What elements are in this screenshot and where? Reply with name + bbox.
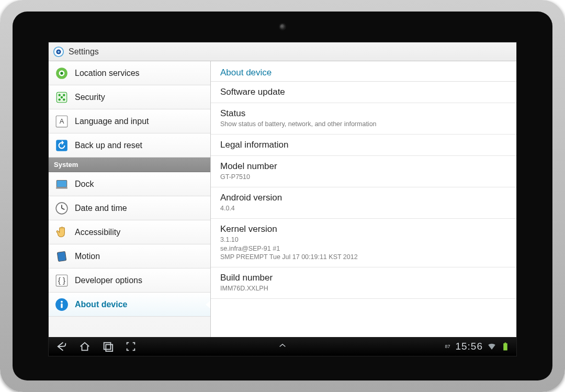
svg-rect-20 [57,251,66,261]
sidebar-section-system: System [49,158,210,172]
sidebar-section-label: System [54,161,78,169]
clock-icon [55,201,69,215]
sidebar-item-backup[interactable]: Back up and reset [49,133,210,158]
row-primary: Build number [220,273,507,283]
row-software-update[interactable]: Software update [211,82,516,103]
tablet-bezel: Settings Location services S [13,12,552,380]
hand-icon [55,226,69,239]
svg-rect-25 [61,303,62,308]
sidebar-item-accessibility[interactable]: Accessibility [49,220,210,244]
svg-point-24 [61,300,63,303]
svg-rect-15 [56,180,67,187]
action-bar: Settings [49,42,516,61]
location-icon [55,66,69,80]
row-primary: Status [220,108,507,119]
row-primary: Legal information [220,140,507,150]
dock-icon [55,177,69,191]
sidebar-item-about[interactable]: About device [49,293,210,317]
sidebar-item-motion[interactable]: Motion [49,244,210,268]
expand-up-icon[interactable] [276,342,289,350]
sidebar-item-label: Accessibility [75,228,120,237]
info-icon [55,298,69,311]
row-android-version: Android version 4.0.4 [211,187,516,219]
recent-apps-icon[interactable] [102,341,114,352]
security-icon [55,91,69,104]
sidebar-item-label: About device [75,300,127,309]
svg-rect-16 [56,187,67,188]
settings-sidebar: Location services Security A Language an… [49,61,211,337]
sidebar-item-label: Location services [75,69,140,78]
clock-time: 15:56 [455,341,483,352]
svg-text:{ }: { } [58,276,65,285]
row-primary: Software update [220,87,507,97]
tablet-frame: Settings Location services S [0,0,565,392]
sidebar-item-label: Developer options [75,276,142,285]
status-tray[interactable]: 87 15:56 [445,341,516,352]
front-camera [280,24,285,29]
page-title: Settings [69,47,99,57]
motion-icon [55,250,69,263]
detail-pane: About device Software update Status Show… [211,61,516,337]
sidebar-item-label: Security [75,93,105,102]
language-icon: A [55,115,69,128]
backup-icon [55,139,69,152]
svg-text:A: A [60,117,64,125]
row-secondary: 3.1.10 se.infra@SEP-91 #1 SMP PREEMPT Tu… [220,236,507,262]
svg-rect-28 [503,343,507,351]
svg-point-9 [59,98,61,100]
system-navbar: 87 15:56 [49,337,516,356]
detail-title: About device [211,61,516,82]
braces-icon: { } [55,274,69,287]
sidebar-item-datetime[interactable]: Date and time [49,196,210,220]
screenshot-icon[interactable] [125,341,137,352]
sidebar-item-location[interactable]: Location services [49,61,210,85]
svg-point-2 [58,50,60,52]
row-status[interactable]: Status Show status of battery, network, … [211,103,516,135]
row-primary: Android version [220,193,507,203]
battery-icon [501,342,510,351]
sidebar-item-label: Back up and reset [75,141,142,150]
svg-point-10 [63,98,65,100]
sidebar-item-label: Dock [75,180,94,189]
screen: Settings Location services S [48,42,517,356]
svg-rect-27 [106,344,112,351]
row-secondary: 4.0.4 [220,204,507,213]
row-primary: Model number [220,161,507,172]
wifi-icon [487,342,496,351]
sidebar-item-label: Motion [75,252,100,261]
settings-app-icon [53,46,64,58]
sidebar-item-dock[interactable]: Dock [49,172,210,196]
svg-point-11 [61,96,63,98]
battery-percent: 87 [445,344,450,349]
sidebar-item-label: Date and time [75,204,127,213]
row-primary: Kernel version [220,224,507,234]
home-icon[interactable] [79,341,91,352]
row-legal[interactable]: Legal information [211,135,516,156]
sidebar-item-developer[interactable]: { } Developer options [49,268,210,293]
back-icon[interactable] [56,341,67,352]
row-build-number: Build number IMM76D.XXLPH [211,267,516,299]
row-secondary: GT-P7510 [220,173,507,182]
svg-point-8 [63,94,65,96]
sidebar-item-label: Language and input [75,117,149,126]
svg-rect-29 [505,343,506,344]
row-model-number: Model number GT-P7510 [211,156,516,187]
svg-point-5 [60,72,63,74]
row-secondary: Show status of battery, network, and oth… [220,120,507,129]
sidebar-item-language[interactable]: A Language and input [49,109,210,133]
row-secondary: IMM76D.XXLPH [220,284,507,293]
sidebar-item-security[interactable]: Security [49,85,210,109]
svg-point-7 [59,94,61,96]
svg-rect-26 [104,343,111,350]
row-kernel-version: Kernel version 3.1.10 se.infra@SEP-91 #1… [211,219,516,268]
